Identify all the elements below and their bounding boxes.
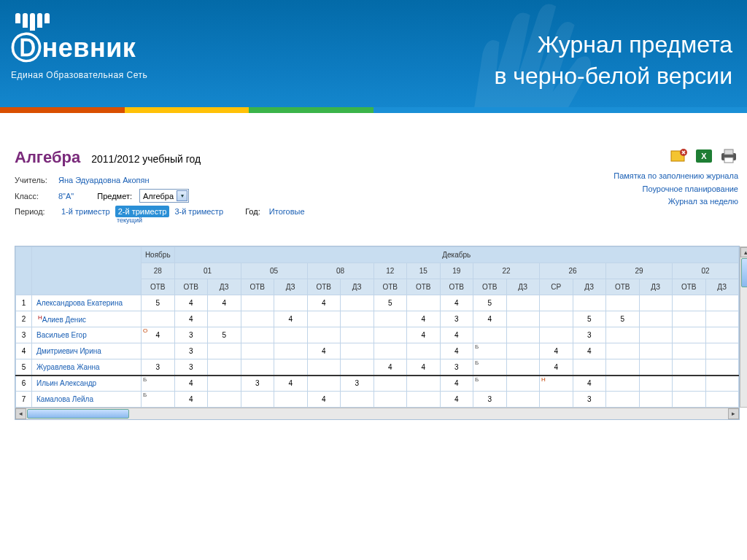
grade-cell[interactable] — [506, 376, 540, 392]
grade-cell[interactable]: 4 — [307, 392, 341, 408]
grade-cell[interactable]: 5 — [573, 311, 606, 327]
grade-cell[interactable] — [705, 311, 739, 327]
grade-cell[interactable] — [506, 327, 540, 343]
grade-cell[interactable]: 3 — [174, 359, 208, 376]
day-header[interactable]: 15 — [407, 263, 441, 279]
grade-cell[interactable] — [374, 311, 407, 327]
grade-cell[interactable] — [274, 392, 308, 408]
final-link[interactable]: Итоговые — [269, 207, 305, 216]
grade-cell[interactable] — [639, 327, 673, 343]
grade-cell[interactable] — [374, 343, 407, 359]
grade-cell[interactable] — [673, 311, 706, 327]
grade-cell[interactable] — [705, 392, 739, 408]
grade-cell[interactable]: 4 — [274, 376, 308, 392]
grade-cell[interactable]: 3 — [440, 311, 473, 327]
grade-cell[interactable] — [705, 295, 739, 311]
class-link[interactable]: 8"А" — [58, 192, 74, 201]
vertical-scrollbar[interactable]: ▴ — [740, 246, 747, 408]
grade-cell[interactable] — [673, 392, 706, 408]
grade-cell[interactable]: 3 — [473, 392, 507, 408]
student-name[interactable]: Журавлева Жанна — [32, 359, 142, 376]
grade-cell[interactable] — [274, 343, 308, 359]
link-planning[interactable]: Поурочное планирование — [614, 183, 738, 196]
grade-cell[interactable]: 4 — [407, 359, 441, 376]
grade-cell[interactable]: 4 — [473, 311, 507, 327]
grade-cell[interactable]: 3 — [241, 376, 274, 392]
link-memo[interactable]: Памятка по заполнению журнала — [614, 170, 738, 183]
scroll-left-arrow[interactable]: ◂ — [15, 408, 26, 419]
grade-cell[interactable] — [506, 343, 540, 359]
grade-cell[interactable] — [208, 376, 241, 392]
grade-cell[interactable]: 4 — [440, 327, 473, 343]
grade-cell[interactable] — [540, 327, 573, 343]
scroll-thumb[interactable] — [27, 409, 129, 419]
grade-cell[interactable]: Б — [473, 343, 507, 359]
day-header[interactable]: 19 — [440, 263, 473, 279]
grade-cell[interactable]: 3 — [174, 327, 208, 343]
grade-cell[interactable] — [606, 295, 640, 311]
grade-cell[interactable] — [639, 392, 673, 408]
grade-cell[interactable]: 4 — [440, 392, 473, 408]
grade-cell[interactable] — [341, 343, 374, 359]
day-header[interactable]: 26 — [540, 263, 606, 279]
grade-cell[interactable] — [241, 392, 274, 408]
student-name[interactable]: Дмитриевич Ирина — [32, 343, 142, 359]
grade-cell[interactable] — [673, 343, 706, 359]
student-name[interactable]: Камалова Лейла — [32, 392, 142, 408]
grade-cell[interactable]: 4 — [174, 376, 208, 392]
grade-cell[interactable] — [606, 392, 640, 408]
grade-cell[interactable] — [407, 343, 441, 359]
grade-cell[interactable] — [407, 295, 441, 311]
grade-cell[interactable] — [540, 392, 573, 408]
grade-cell[interactable] — [241, 343, 274, 359]
grade-cell[interactable]: 4 — [174, 311, 208, 327]
day-header[interactable]: 01 — [174, 263, 241, 279]
grade-cell[interactable] — [341, 359, 374, 376]
grade-cell[interactable]: 4 — [208, 295, 241, 311]
grade-cell[interactable] — [573, 295, 606, 311]
grade-cell[interactable] — [705, 359, 739, 376]
grade-cell[interactable] — [307, 376, 341, 392]
grade-cell[interactable] — [673, 359, 706, 376]
grade-cell[interactable] — [573, 359, 606, 376]
grade-cell[interactable] — [374, 392, 407, 408]
grade-cell[interactable]: 4 — [174, 392, 208, 408]
grade-cell[interactable]: 4 — [540, 359, 573, 376]
grade-cell[interactable] — [407, 392, 441, 408]
grade-cell[interactable]: 4 — [440, 376, 473, 392]
grade-cell[interactable] — [307, 359, 341, 376]
chevron-down-icon[interactable]: ▾ — [177, 190, 187, 201]
grade-cell[interactable]: 3 — [440, 359, 473, 376]
grade-cell[interactable] — [639, 295, 673, 311]
grade-cell[interactable]: Б — [142, 376, 175, 392]
scroll-right-arrow[interactable]: ▸ — [728, 408, 739, 419]
grade-cell[interactable]: 3 — [142, 359, 175, 376]
grade-cell[interactable] — [506, 359, 540, 376]
grade-cell[interactable]: 3 — [573, 327, 606, 343]
grade-cell[interactable] — [606, 359, 640, 376]
grade-cell[interactable]: 5 — [374, 295, 407, 311]
period-tab-2[interactable]: 2-й триместр — [115, 206, 170, 217]
grade-cell[interactable] — [673, 295, 706, 311]
grade-cell[interactable] — [208, 343, 241, 359]
grade-cell[interactable]: 5 — [606, 311, 640, 327]
toolbar-icon-color[interactable] — [670, 148, 689, 164]
grade-cell[interactable]: Б — [473, 376, 507, 392]
period-tab-3[interactable]: 3-й триместр — [171, 206, 226, 217]
grade-cell[interactable] — [208, 311, 241, 327]
grade-cell[interactable] — [208, 359, 241, 376]
grade-cell[interactable] — [506, 392, 540, 408]
export-excel-icon[interactable]: X — [694, 148, 713, 164]
day-header[interactable]: 12 — [374, 263, 407, 279]
grade-cell[interactable] — [241, 311, 274, 327]
day-header[interactable]: 05 — [241, 263, 307, 279]
horizontal-scrollbar[interactable]: ◂ ▸ — [15, 408, 739, 419]
grade-cell[interactable] — [673, 327, 706, 343]
grade-cell[interactable] — [606, 343, 640, 359]
grade-cell[interactable] — [341, 327, 374, 343]
grade-cell[interactable] — [473, 327, 507, 343]
grade-cell[interactable]: 5 — [473, 295, 507, 311]
grade-cell[interactable] — [307, 311, 341, 327]
grade-cell[interactable] — [506, 311, 540, 327]
grade-cell[interactable] — [341, 392, 374, 408]
